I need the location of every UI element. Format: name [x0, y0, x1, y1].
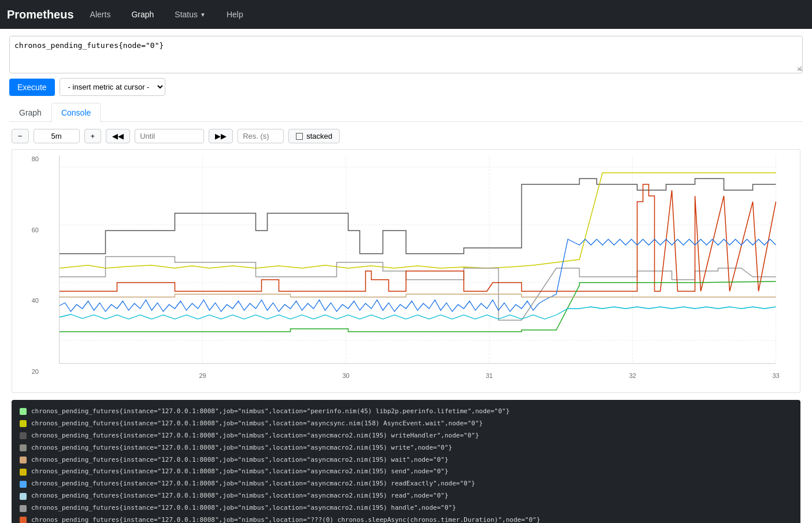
- main-content: Load time: 258ms Resolution: 1s Total ti…: [0, 29, 812, 523]
- query-container: chronos_pending_futures{node="0"} ⇘: [9, 36, 803, 73]
- forward-button[interactable]: ▶▶: [209, 129, 233, 143]
- tab-graph[interactable]: Graph: [9, 103, 51, 122]
- until-input[interactable]: [135, 129, 204, 143]
- chevron-down-icon: ▼: [200, 12, 206, 18]
- legend-item: chronos_pending_futures{instance="127.0.…: [20, 502, 792, 514]
- svg-text:31: 31: [485, 372, 492, 379]
- svg-text:30: 30: [342, 372, 349, 379]
- back-button[interactable]: ◀◀: [106, 129, 130, 143]
- toolbar-row: Execute - insert metric at cursor -: [9, 78, 803, 96]
- svg-text:33: 33: [772, 372, 779, 379]
- legend-text-7: chronos_pending_futures{instance="127.0.…: [31, 490, 448, 502]
- legend-item: chronos_pending_futures{instance="127.0.…: [20, 430, 792, 442]
- legend-color-6: [20, 481, 27, 488]
- legend-text-2: chronos_pending_futures{instance="127.0.…: [31, 430, 479, 442]
- legend-color-7: [20, 493, 27, 500]
- y-label-80: 80: [32, 155, 39, 162]
- legend-item: chronos_pending_futures{instance="127.0.…: [20, 454, 792, 466]
- legend-item: chronos_pending_futures{instance="127.0.…: [20, 466, 792, 478]
- legend-item: chronos_pending_futures{instance="127.0.…: [20, 418, 792, 430]
- svg-text:32: 32: [629, 372, 636, 379]
- legend-container: chronos_pending_futures{instance="127.0.…: [12, 400, 800, 523]
- chart-svg: 29 30 31 32 33: [41, 155, 794, 387]
- insert-metric-select[interactable]: - insert metric at cursor -: [60, 78, 165, 96]
- help-link[interactable]: Help: [222, 8, 248, 21]
- alerts-link[interactable]: Alerts: [86, 8, 116, 21]
- legend-color-9: [20, 517, 27, 523]
- legend-text-4: chronos_pending_futures{instance="127.0.…: [31, 454, 448, 466]
- graph-link[interactable]: Graph: [127, 8, 158, 21]
- stacked-checkbox-icon: [296, 133, 303, 140]
- legend-text-5: chronos_pending_futures{instance="127.0.…: [31, 466, 448, 478]
- zoom-in-button[interactable]: +: [84, 129, 102, 143]
- y-label-60: 60: [32, 227, 39, 233]
- zoom-out-button[interactable]: −: [12, 129, 29, 143]
- legend-text-1: chronos_pending_futures{instance="127.0.…: [31, 418, 483, 430]
- legend-color-5: [20, 469, 27, 476]
- legend-item: chronos_pending_futures{instance="127.0.…: [20, 514, 792, 523]
- y-label-20: 20: [32, 368, 39, 375]
- legend-color-1: [20, 420, 27, 427]
- legend-text-8: chronos_pending_futures{instance="127.0.…: [31, 502, 456, 514]
- legend-text-9: chronos_pending_futures{instance="127.0.…: [31, 514, 540, 523]
- resolution-input[interactable]: [238, 129, 284, 143]
- query-input[interactable]: chronos_pending_futures{node="0"}: [10, 36, 802, 71]
- legend-color-4: [20, 457, 27, 463]
- legend-text-6: chronos_pending_futures{instance="127.0.…: [31, 478, 475, 490]
- stacked-button[interactable]: stacked: [288, 129, 340, 143]
- navbar: Prometheus Alerts Graph Status ▼ Help: [0, 0, 812, 29]
- legend-item: chronos_pending_futures{instance="127.0.…: [20, 478, 792, 490]
- legend-item: chronos_pending_futures{instance="127.0.…: [20, 442, 792, 454]
- time-range-input[interactable]: [34, 129, 80, 143]
- y-label-40: 40: [32, 297, 39, 304]
- tabs: Graph Console: [9, 103, 803, 122]
- status-dropdown[interactable]: Status ▼: [170, 8, 210, 21]
- execute-button[interactable]: Execute: [9, 79, 55, 96]
- legend-color-0: [20, 408, 27, 415]
- graph-controls: − + ◀◀ ▶▶ stacked: [9, 129, 803, 143]
- y-axis-labels: 80 60 40 20: [16, 155, 39, 375]
- legend-text-3: chronos_pending_futures{instance="127.0.…: [31, 442, 452, 454]
- chart-container: 80 60 40 20: [12, 149, 800, 393]
- legend-text-0: chronos_pending_futures{instance="127.0.…: [31, 406, 510, 418]
- legend-item: chronos_pending_futures{instance="127.0.…: [20, 406, 792, 418]
- tab-console[interactable]: Console: [51, 103, 101, 122]
- brand-logo[interactable]: Prometheus: [7, 8, 74, 21]
- resize-handle: ⇘: [796, 65, 801, 72]
- legend-color-3: [20, 444, 27, 451]
- legend-color-8: [20, 505, 27, 512]
- svg-text:29: 29: [199, 372, 206, 379]
- legend-item: chronos_pending_futures{instance="127.0.…: [20, 490, 792, 502]
- legend-color-2: [20, 432, 27, 439]
